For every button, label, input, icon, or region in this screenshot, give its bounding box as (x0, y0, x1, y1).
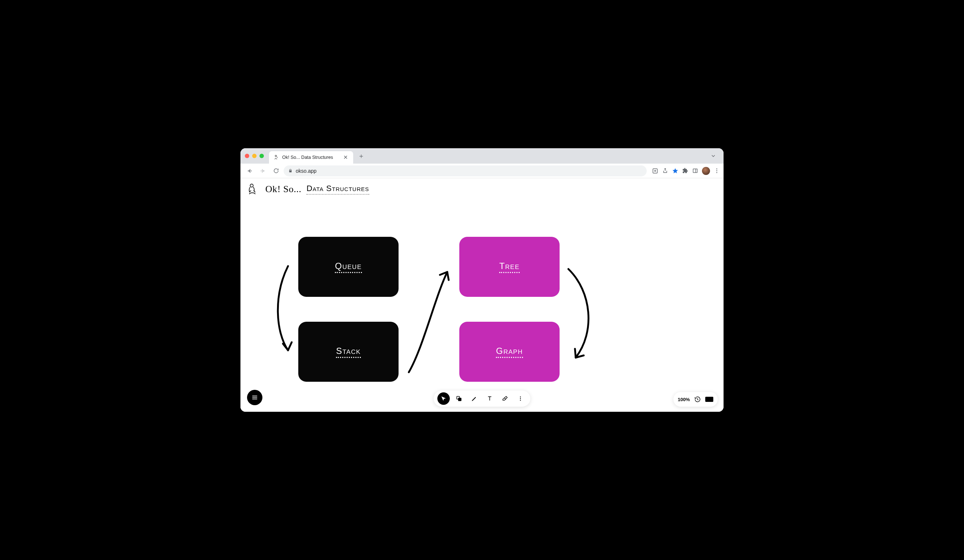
address-bar[interactable]: okso.app (283, 166, 647, 176)
svg-point-11 (520, 400, 521, 401)
svg-point-3 (716, 168, 717, 169)
tool-tray (434, 391, 530, 407)
svg-rect-2 (693, 169, 697, 173)
back-button[interactable] (244, 166, 255, 176)
lock-icon (288, 168, 293, 173)
node-label: Queue (335, 261, 362, 273)
url-text: okso.app (296, 168, 317, 174)
svg-point-5 (716, 172, 717, 173)
text-tool[interactable] (484, 392, 496, 405)
node-label: Graph (496, 346, 523, 358)
side-panel-icon[interactable] (692, 168, 698, 174)
browser-tab[interactable]: Ok! So... Data Structures ✕ (269, 151, 353, 164)
tabs-dropdown-button[interactable] (707, 151, 719, 160)
extensions-icon[interactable] (682, 168, 689, 174)
tab-title: Ok! So... Data Structures (282, 155, 340, 160)
node-queue[interactable]: Queue (298, 237, 399, 297)
tab-close-button[interactable]: ✕ (342, 154, 349, 161)
svg-point-4 (716, 170, 717, 171)
svg-point-6 (250, 184, 253, 187)
svg-rect-8 (459, 398, 461, 401)
main-menu-button[interactable] (247, 390, 262, 405)
maximize-window-button[interactable] (259, 154, 264, 158)
profile-avatar[interactable] (702, 167, 710, 175)
select-tool[interactable] (437, 392, 450, 405)
app-header: Ok! So... Data Structures (246, 182, 369, 197)
svg-point-10 (520, 398, 521, 399)
install-app-icon[interactable] (652, 168, 658, 174)
minimize-window-button[interactable] (252, 154, 257, 158)
bookmark-star-icon[interactable] (672, 168, 679, 174)
reload-button[interactable] (270, 166, 282, 176)
browser-toolbar: okso.app (241, 164, 723, 178)
color-swatch[interactable] (705, 397, 713, 402)
node-stack[interactable]: Stack (298, 322, 399, 382)
node-label: Stack (336, 346, 361, 358)
node-label: Tree (499, 261, 520, 273)
svg-point-0 (275, 155, 277, 157)
tab-favicon (274, 155, 279, 160)
share-icon[interactable] (662, 168, 668, 174)
node-tree[interactable]: Tree (459, 237, 560, 297)
history-icon[interactable] (694, 396, 701, 403)
app-logo[interactable] (246, 182, 260, 197)
browser-window: Ok! So... Data Structures ✕ ＋ okso.app (241, 148, 723, 412)
shape-tool[interactable] (453, 392, 465, 405)
zoom-cluster: 100% (673, 392, 718, 407)
browser-menu-icon[interactable] (714, 168, 720, 174)
app-canvas[interactable]: Ok! So... Data Structures Queue Stack Tr… (241, 178, 723, 412)
svg-point-9 (520, 396, 521, 397)
toolbar-right (652, 167, 720, 175)
pen-tool[interactable] (468, 392, 480, 405)
tab-strip: Ok! So... Data Structures ✕ ＋ (241, 148, 723, 164)
eraser-tool[interactable] (499, 392, 511, 405)
close-window-button[interactable] (245, 154, 249, 158)
window-controls (245, 154, 264, 158)
node-graph[interactable]: Graph (459, 322, 560, 382)
zoom-level[interactable]: 100% (678, 397, 690, 402)
new-tab-button[interactable]: ＋ (356, 151, 366, 161)
document-title[interactable]: Data Structures (306, 184, 369, 195)
app-brand-text: Ok! So... (265, 184, 301, 195)
forward-button[interactable] (257, 166, 268, 176)
more-tools-button[interactable] (514, 392, 527, 405)
